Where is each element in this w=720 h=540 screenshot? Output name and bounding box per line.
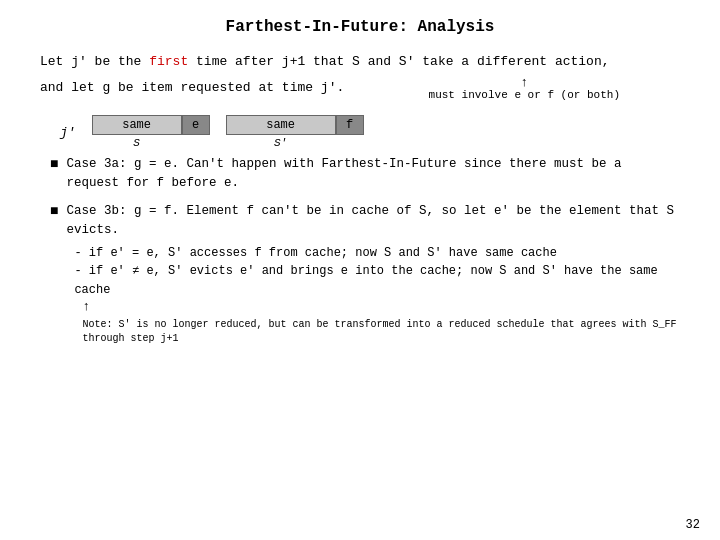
intro-prefix: Let j' be the — [40, 54, 149, 69]
page: Farthest-In-Future: Analysis Let j' be t… — [0, 0, 720, 540]
must-involve-text: must involve e or f (or both) — [429, 89, 620, 101]
bullet-text-1: Case 3a: g = e. Can't happen with Farthe… — [66, 155, 680, 194]
sub-bullet-1: if e' = e, S' accesses f from cache; now… — [74, 244, 680, 263]
arrow-indicator: ↑ — [82, 299, 680, 314]
sp-f-block: f — [336, 115, 364, 135]
bullets-section: ■ Case 3a: g = e. Can't happen with Fart… — [40, 155, 680, 346]
sp-same-block: same — [226, 115, 336, 135]
sub-bullets: if e' = e, S' accesses f from cache; now… — [66, 244, 680, 300]
intro-line1: Let j' be the first time after j+1 that … — [40, 52, 680, 72]
diagram: j' same e same f S S' — [40, 115, 680, 149]
bullet-text-2: Case 3b: g = f. Element f can't be in ca… — [66, 202, 680, 241]
first-keyword: first — [149, 54, 188, 69]
note-text: Note: S' is no longer reduced, but can b… — [82, 318, 680, 346]
bullet-content-2: Case 3b: g = f. Element f can't be in ca… — [66, 202, 680, 347]
j-label: j' — [60, 125, 76, 140]
s-e-block: e — [182, 115, 210, 135]
page-title: Farthest-In-Future: Analysis — [40, 18, 680, 36]
bullet-dot-2: ■ — [50, 203, 58, 219]
sp-row-label: S' — [226, 137, 336, 149]
s-same-block: same — [92, 115, 182, 135]
intro-line2: and let g be item requested at time j'. — [40, 78, 344, 98]
bullet-item-1: ■ Case 3a: g = e. Can't happen with Fart… — [50, 155, 680, 194]
page-number: 32 — [686, 518, 700, 532]
bullet-dot-1: ■ — [50, 156, 58, 172]
s-row-label: S — [92, 137, 182, 149]
bullet-item-2: ■ Case 3b: g = f. Element f can't be in … — [50, 202, 680, 347]
sub-bullet-2: if e' ≠ e, S' evicts e' and brings e int… — [74, 262, 680, 299]
diagram-row-s: same e same f — [92, 115, 364, 135]
intro-suffix: time after j+1 that S and S' take a diff… — [188, 54, 609, 69]
